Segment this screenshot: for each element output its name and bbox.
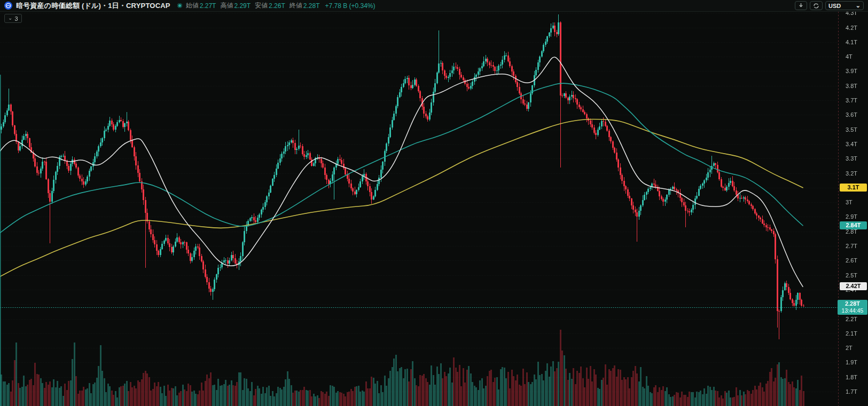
ma-slow-price-chip: 3.1T xyxy=(840,184,867,192)
price-tick[interactable]: 4.2T xyxy=(846,25,857,31)
price-tick[interactable]: 2.7T xyxy=(846,243,857,249)
change-value: +7.78 B (+0.34%) xyxy=(325,2,375,10)
chevron-down-icon: ⌄ xyxy=(856,2,861,9)
arrow-down-icon xyxy=(798,3,804,9)
price-tick[interactable]: 2.6T xyxy=(846,257,857,264)
price-tick[interactable]: 3.7T xyxy=(846,97,857,104)
price-tick[interactable]: 2.5T xyxy=(846,272,857,278)
price-axis[interactable]: 4.3T4.2T4.1T4T3.9T3.8T3.7T3.6T3.5T3.4T3.… xyxy=(839,0,868,406)
open-value: 2.27T xyxy=(200,2,216,10)
indicator-count: 3 xyxy=(14,15,18,22)
price-tick[interactable]: 3.6T xyxy=(846,112,857,118)
price-tick[interactable]: 4T xyxy=(846,53,853,60)
price-tick[interactable]: 2T xyxy=(846,345,853,351)
bar-countdown: 13:44:45 xyxy=(838,307,867,314)
download-button[interactable] xyxy=(795,1,807,10)
price-tick[interactable]: 3.3T xyxy=(846,155,857,162)
series-marker-icon xyxy=(177,3,182,8)
ohlc-values: 始値2.27T 高値2.29T 安値2.26T 終値2.28T +7.78 B … xyxy=(186,1,376,10)
symbol-title[interactable]: 暗号資産の時価総額 (ドル)・1日・CRYPTOCAP xyxy=(16,1,170,11)
price-tick[interactable]: 3.5T xyxy=(846,126,857,133)
ma-fast-price-chip: 2.42T xyxy=(840,282,867,290)
price-tick[interactable]: 1.8T xyxy=(846,374,857,380)
price-tick[interactable]: 1.9T xyxy=(846,359,857,365)
legend-collapse-chip[interactable]: ⌄ 3 xyxy=(4,14,22,23)
high-label: 高値 xyxy=(220,1,233,10)
price-tick[interactable]: 3T xyxy=(846,199,853,205)
currency-dropdown[interactable]: USD ⌄ xyxy=(825,1,864,10)
low-label: 安値 xyxy=(255,1,268,10)
tradingview-chart-window: 暗号資産の時価総額 (ドル)・1日・CRYPTOCAP 始値2.27T 高値2.… xyxy=(0,0,868,406)
price-tick[interactable]: 3.2T xyxy=(846,170,857,177)
price-tick[interactable]: 2.1T xyxy=(846,330,857,337)
chart-header-toolbar: 暗号資産の時価総額 (ドル)・1日・CRYPTOCAP 始値2.27T 高値2.… xyxy=(0,0,868,12)
cryptocap-logo-icon xyxy=(4,2,12,10)
high-value: 2.29T xyxy=(234,2,251,10)
current-price-value: 2.28T xyxy=(838,300,867,307)
price-tick[interactable]: 4.1T xyxy=(846,39,857,45)
low-value: 2.26T xyxy=(269,2,285,10)
price-chart-canvas[interactable] xyxy=(0,0,868,406)
price-tick[interactable]: 3.8T xyxy=(846,83,857,89)
price-tick[interactable]: 3.4T xyxy=(846,141,857,147)
current-price-chip: 2.28T13:44:45 xyxy=(838,300,867,315)
price-tick[interactable]: 3.9T xyxy=(846,68,857,74)
open-label: 始値 xyxy=(186,1,199,10)
price-tick[interactable]: 1.7T xyxy=(846,388,857,395)
close-label: 終値 xyxy=(290,1,302,10)
currency-value: USD xyxy=(828,3,841,9)
circular-arrows-icon xyxy=(813,3,819,9)
toolbar-right-controls: USD ⌄ xyxy=(795,1,864,10)
close-value: 2.28T xyxy=(303,2,320,10)
refresh-button[interactable] xyxy=(810,1,823,10)
price-tick[interactable]: 2.9T xyxy=(846,213,857,220)
price-tick[interactable]: 2.2T xyxy=(846,316,857,322)
chevron-down-icon: ⌄ xyxy=(8,15,12,21)
ma-mid-price-chip: 2.84T xyxy=(840,221,867,229)
